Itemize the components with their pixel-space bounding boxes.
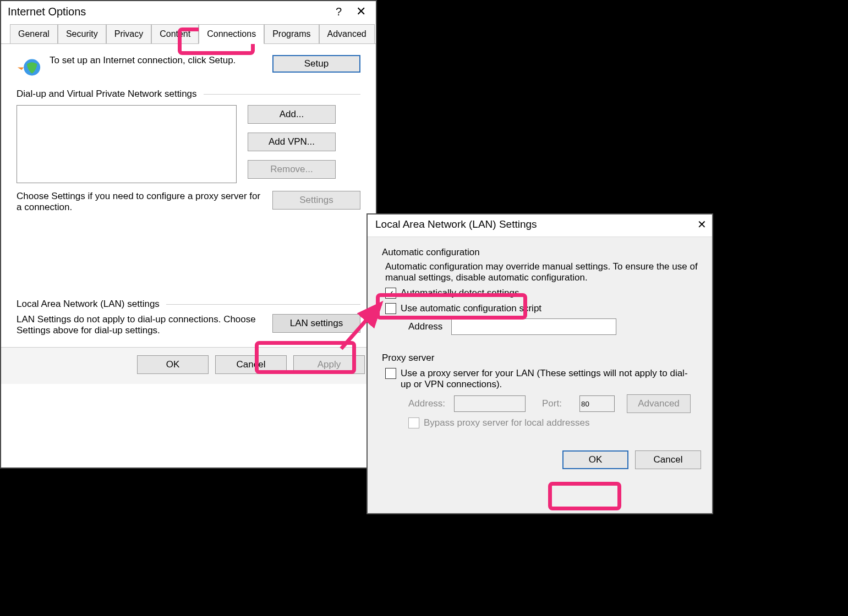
- bypass-checkbox: [408, 417, 419, 428]
- dialup-legend: Dial-up and Virtual Private Network sett…: [17, 89, 201, 100]
- lan-note: LAN Settings do not apply to dial-up con…: [17, 314, 261, 336]
- proxy-address-input: [454, 395, 526, 412]
- proxy-address-label: Address:: [408, 398, 450, 409]
- settings-button: Settings: [272, 191, 360, 210]
- titlebar: Internet Options ? ✕: [1, 1, 376, 24]
- auto-config-group: Automatic configuration Automatic config…: [375, 243, 704, 343]
- lan-settings-button[interactable]: LAN settings: [272, 314, 360, 333]
- add-button[interactable]: Add...: [248, 105, 336, 124]
- proxy-use-checkbox[interactable]: [385, 368, 396, 379]
- tab-privacy[interactable]: Privacy: [106, 24, 151, 44]
- tab-security[interactable]: Security: [58, 24, 106, 44]
- lan-legend: Local Area Network (LAN) settings: [17, 299, 164, 310]
- tab-general[interactable]: General: [10, 24, 58, 44]
- proxy-port-input: [579, 395, 615, 412]
- close-icon[interactable]: ✕: [352, 4, 370, 19]
- dialog-title: Internet Options: [8, 6, 326, 18]
- tab-connections[interactable]: Connections: [199, 24, 264, 44]
- address-input[interactable]: [451, 318, 616, 335]
- auto-script-label: Use automatic configuration script: [401, 303, 541, 314]
- auto-note: Automatic configuration may override man…: [385, 261, 698, 283]
- setup-button[interactable]: Setup: [272, 55, 360, 73]
- proxy-use-label: Use a proxy server for your LAN (These s…: [401, 368, 698, 390]
- bypass-label: Bypass proxy server for local addresses: [424, 417, 589, 428]
- tab-body: To set up an Internet connection, click …: [1, 43, 376, 347]
- internet-options-dialog: Internet Options ? ✕ General Security Pr…: [0, 0, 377, 469]
- lan-cancel-button[interactable]: Cancel: [635, 450, 701, 469]
- apply-button: Apply: [293, 355, 365, 374]
- proxy-group: Proxy server Use a proxy server for your…: [375, 348, 704, 436]
- lan-ok-button[interactable]: OK: [562, 450, 628, 469]
- tab-programs[interactable]: Programs: [264, 24, 319, 44]
- address-label: Address: [408, 321, 447, 332]
- cancel-button[interactable]: Cancel: [215, 355, 287, 374]
- globe-icon: [17, 55, 41, 80]
- dialog-footer: OK Cancel Apply: [1, 347, 376, 384]
- add-vpn-button[interactable]: Add VPN...: [248, 133, 336, 151]
- auto-detect-checkbox[interactable]: [385, 288, 396, 299]
- tab-content[interactable]: Content: [151, 24, 199, 44]
- proxy-note: Choose Settings if you need to configure…: [17, 191, 261, 213]
- close-icon[interactable]: ✕: [697, 218, 707, 231]
- remove-button: Remove...: [248, 160, 336, 179]
- dialup-listbox[interactable]: [17, 105, 237, 183]
- lan-dialog-title: Local Area Network (LAN) Settings: [375, 218, 697, 230]
- help-icon[interactable]: ?: [326, 6, 352, 18]
- setup-text: To set up an Internet connection, click …: [50, 55, 264, 66]
- lan-settings-dialog: Local Area Network (LAN) Settings ✕ Auto…: [366, 213, 713, 514]
- auto-detect-label: Automatically detect settings: [401, 288, 519, 299]
- lan-footer: OK Cancel: [368, 442, 712, 479]
- proxy-legend: Proxy server: [382, 353, 698, 364]
- titlebar2: Local Area Network (LAN) Settings ✕: [368, 215, 712, 237]
- auto-script-checkbox[interactable]: [385, 303, 396, 314]
- ok-button[interactable]: OK: [137, 355, 209, 374]
- advanced-button: Advanced: [627, 394, 691, 413]
- tabbar: General Security Privacy Content Connect…: [1, 24, 376, 44]
- proxy-port-label: Port:: [542, 398, 575, 409]
- auto-legend: Automatic configuration: [382, 247, 698, 258]
- tab-advanced[interactable]: Advanced: [319, 24, 375, 44]
